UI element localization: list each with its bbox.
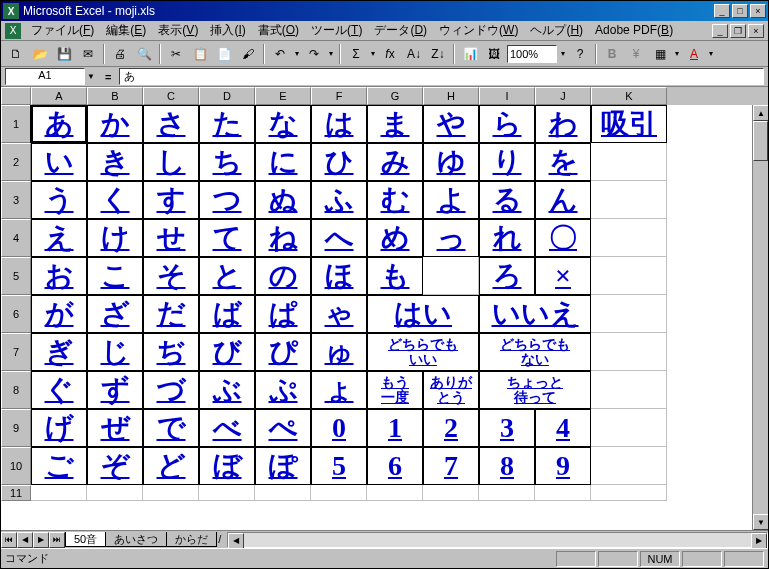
cell[interactable]: て	[199, 219, 255, 257]
cell[interactable]: ゆ	[423, 143, 479, 181]
sort-asc-button[interactable]: A↓	[403, 43, 425, 65]
new-button[interactable]: 🗋	[5, 43, 27, 65]
cell[interactable]: む	[367, 181, 423, 219]
cell[interactable]	[591, 485, 667, 501]
cell[interactable]: な	[255, 105, 311, 143]
cell[interactable]: 9	[535, 447, 591, 485]
copy-button[interactable]: 📋	[189, 43, 211, 65]
scroll-right-button[interactable]: ▶	[751, 533, 767, 549]
vertical-scrollbar[interactable]: ▲ ▼	[752, 105, 768, 530]
cell[interactable]: ありが とう	[423, 371, 479, 409]
close-button[interactable]: ×	[750, 4, 766, 18]
cell[interactable]: 0	[311, 409, 367, 447]
cell[interactable]: じ	[87, 333, 143, 371]
scroll-down-button[interactable]: ▼	[753, 514, 768, 530]
menu-7[interactable]: ウィンドウ(W)	[433, 21, 524, 39]
row-header-11[interactable]: 11	[1, 485, 31, 501]
cell[interactable]: づ	[143, 371, 199, 409]
cell[interactable]	[311, 485, 367, 501]
borders-button[interactable]: ▦	[649, 43, 671, 65]
bold-button[interactable]: B	[601, 43, 623, 65]
cell[interactable]: ぢ	[143, 333, 199, 371]
cell[interactable]: 吸引	[591, 105, 667, 143]
paste-button[interactable]: 📄	[213, 43, 235, 65]
row-header-1[interactable]: 1	[1, 105, 31, 143]
row-header-10[interactable]: 10	[1, 447, 31, 485]
cell[interactable]: つ	[199, 181, 255, 219]
cell[interactable]	[591, 143, 667, 181]
menu-9[interactable]: Adobe PDF(B)	[589, 21, 679, 39]
cell[interactable]: 〇	[535, 219, 591, 257]
preview-button[interactable]: 🔍	[133, 43, 155, 65]
cell[interactable]: どちらでも ない	[479, 333, 591, 371]
cell[interactable]: ぎ	[31, 333, 87, 371]
cell[interactable]: ぱ	[255, 295, 311, 333]
function-button[interactable]: fx	[379, 43, 401, 65]
tab-nav-last[interactable]: ⏭	[49, 532, 65, 548]
drawing-button[interactable]: 🖼	[483, 43, 505, 65]
cell[interactable]: ち	[199, 143, 255, 181]
cell[interactable]: ぬ	[255, 181, 311, 219]
cell[interactable]: 4	[535, 409, 591, 447]
cell[interactable]: 5	[311, 447, 367, 485]
row-header-9[interactable]: 9	[1, 409, 31, 447]
cell[interactable]: はい	[367, 295, 479, 333]
cell[interactable]	[199, 485, 255, 501]
row-header-6[interactable]: 6	[1, 295, 31, 333]
cell[interactable]: ぺ	[255, 409, 311, 447]
currency-button[interactable]: ¥	[625, 43, 647, 65]
column-header-I[interactable]: I	[479, 87, 535, 105]
cell[interactable]: ぐ	[31, 371, 87, 409]
column-header-H[interactable]: H	[423, 87, 479, 105]
row-header-8[interactable]: 8	[1, 371, 31, 409]
cell[interactable]: 6	[367, 447, 423, 485]
cell[interactable]: ま	[367, 105, 423, 143]
scroll-left-button[interactable]: ◀	[228, 533, 244, 549]
zoom-dropdown[interactable]: ▾	[559, 43, 567, 65]
mail-button[interactable]: ✉	[77, 43, 99, 65]
cell[interactable]: 3	[479, 409, 535, 447]
cell[interactable]: は	[311, 105, 367, 143]
row-header-2[interactable]: 2	[1, 143, 31, 181]
cell[interactable]: ろ	[479, 257, 535, 295]
cell[interactable]	[143, 485, 199, 501]
cell[interactable]: ざ	[87, 295, 143, 333]
zoom-combo[interactable]: 100%	[507, 45, 557, 63]
cell[interactable]: や	[423, 105, 479, 143]
cell[interactable]: け	[87, 219, 143, 257]
sheet-tab-あいさつ[interactable]: あいさつ	[105, 532, 167, 547]
sheet-tab-50音[interactable]: 50音	[65, 532, 106, 547]
cell[interactable]	[367, 485, 423, 501]
row-header-4[interactable]: 4	[1, 219, 31, 257]
cell[interactable]: ひ	[311, 143, 367, 181]
cell[interactable]: 8	[479, 447, 535, 485]
cell[interactable]: ふ	[311, 181, 367, 219]
undo-button[interactable]: ↶	[269, 43, 291, 65]
column-header-A[interactable]: A	[31, 87, 87, 105]
cell[interactable]	[479, 485, 535, 501]
sort-desc-button[interactable]: Z↓	[427, 43, 449, 65]
mdi-minimize-button[interactable]: _	[712, 24, 728, 38]
cell[interactable]: ば	[199, 295, 255, 333]
cell[interactable]: え	[31, 219, 87, 257]
cell[interactable]: 7	[423, 447, 479, 485]
menu-2[interactable]: 表示(V)	[152, 21, 204, 39]
cell[interactable]: あ	[31, 105, 87, 143]
cell[interactable]: げ	[31, 409, 87, 447]
cell[interactable]: で	[143, 409, 199, 447]
font-color-dropdown[interactable]: ▾	[707, 43, 715, 65]
cell[interactable]: ぷ	[255, 371, 311, 409]
column-header-D[interactable]: D	[199, 87, 255, 105]
mdi-close-button[interactable]: ×	[748, 24, 764, 38]
cell[interactable]	[591, 295, 667, 333]
cell[interactable]	[591, 371, 667, 409]
minimize-button[interactable]: _	[714, 4, 730, 18]
row-header-7[interactable]: 7	[1, 333, 31, 371]
cell[interactable]: め	[367, 219, 423, 257]
tab-nav-next[interactable]: ▶	[33, 532, 49, 548]
cell[interactable]: み	[367, 143, 423, 181]
scroll-up-button[interactable]: ▲	[753, 105, 768, 121]
column-header-G[interactable]: G	[367, 87, 423, 105]
cell[interactable]: か	[87, 105, 143, 143]
cell[interactable]: よ	[423, 181, 479, 219]
